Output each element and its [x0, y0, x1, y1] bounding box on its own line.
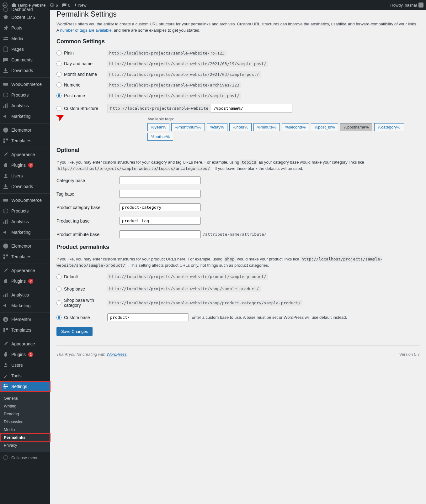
- product-option-default[interactable]: Default: [56, 274, 104, 279]
- menu-label: WooCommerce: [11, 198, 42, 203]
- sidebar-item-elementor[interactable]: EElementor: [0, 125, 50, 135]
- permalink-option-numeric[interactable]: Numeric: [56, 82, 104, 87]
- sidebar-item-woocommerce[interactable]: WooCommerce: [0, 195, 50, 206]
- submenu-writing[interactable]: Writing: [0, 402, 50, 410]
- radio-icon[interactable]: [56, 61, 61, 66]
- tag-author[interactable]: %author%: [147, 133, 173, 141]
- sidebar-item-users[interactable]: Users: [0, 171, 50, 181]
- sidebar-item-plugins[interactable]: Plugins 2: [0, 160, 50, 171]
- submenu-permalinks[interactable]: Permalinks: [0, 433, 50, 441]
- permalink-option-custom-structure[interactable]: Custom Structure: [56, 106, 104, 111]
- sidebar-item-templates[interactable]: Templates: [0, 251, 50, 262]
- sidebar-item-dozent-lms[interactable]: Dozent LMS: [0, 12, 50, 23]
- tag-postname[interactable]: %postname%: [340, 123, 372, 131]
- sidebar-item-templates[interactable]: Templates: [0, 325, 50, 335]
- svg-text:E: E: [5, 129, 7, 132]
- comments-count: 0: [68, 3, 70, 8]
- sidebar-item-woocommerce[interactable]: WooCommerce: [0, 79, 50, 90]
- sidebar-item-downloads[interactable]: Downloads: [0, 181, 50, 192]
- sidebar-item-plugins[interactable]: Plugins 2: [0, 276, 50, 286]
- sidebar-item-media[interactable]: Media: [0, 33, 50, 44]
- wordpress-link[interactable]: WordPress: [107, 352, 127, 357]
- radio-icon[interactable]: [56, 300, 61, 305]
- sidebar-item-downloads[interactable]: Downloads: [0, 65, 50, 76]
- sidebar-item-elementor[interactable]: EElementor: [0, 314, 50, 325]
- tag-post_id[interactable]: %post_id%: [311, 123, 338, 131]
- sidebar-item-appearance[interactable]: Appearance: [0, 265, 50, 276]
- radio-icon[interactable]: [56, 82, 61, 87]
- updates-link[interactable]: 6: [50, 3, 58, 8]
- howdy-link[interactable]: Howdy, bashar: [390, 3, 423, 8]
- permalink-prefix: http://localhost/projects/sample-website: [107, 104, 211, 113]
- submenu-general[interactable]: General: [0, 394, 50, 402]
- tag-category[interactable]: %category%: [374, 123, 404, 131]
- radio-icon[interactable]: [56, 286, 61, 291]
- sidebar-item-marketing[interactable]: Marketing: [0, 111, 50, 122]
- tag-hour[interactable]: %hour%: [229, 123, 252, 131]
- sidebar-item-templates[interactable]: Templates: [0, 135, 50, 146]
- sidebar-item-analytics[interactable]: Analytics: [0, 216, 50, 227]
- optional-heading: Optional: [56, 147, 420, 154]
- sidebar-item-marketing[interactable]: Marketing: [0, 227, 50, 238]
- sidebar-item-appearance[interactable]: Appearance: [0, 149, 50, 160]
- sidebar-item-products[interactable]: Products: [0, 206, 50, 216]
- footer-credit: Thank you for creating with WordPress.: [56, 352, 128, 357]
- field-input-category-base[interactable]: [119, 176, 201, 184]
- collapse-menu[interactable]: Collapse menu: [0, 452, 50, 463]
- field-input-product-attribute-base[interactable]: [119, 230, 201, 238]
- sidebar-item-analytics[interactable]: Analytics: [0, 100, 50, 111]
- sidebar-item-dashboard[interactable]: Dashboard: [0, 7, 50, 12]
- page-description: WordPress offers you the ability to crea…: [56, 21, 420, 33]
- radio-icon[interactable]: [56, 274, 61, 279]
- radio-icon[interactable]: [56, 72, 61, 77]
- tag-second[interactable]: %second%: [282, 123, 309, 131]
- permalink-option-post-name[interactable]: Post name: [56, 93, 104, 98]
- sidebar-item-posts[interactable]: Posts: [0, 23, 50, 33]
- sidebar-item-marketing[interactable]: Marketing: [0, 300, 50, 311]
- field-label-category-base: Category base: [56, 178, 119, 183]
- custom-base-input[interactable]: [107, 313, 189, 321]
- field-input-product-tag-base[interactable]: [119, 217, 201, 225]
- product-option-custom-base[interactable]: Custom base: [56, 315, 104, 320]
- product-option-shop-base-with-category[interactable]: Shop base with category: [56, 298, 104, 308]
- sidebar-item-tools[interactable]: Tools: [0, 370, 50, 381]
- sidebar-item-analytics[interactable]: Analytics: [0, 290, 50, 300]
- sidebar-item-plugins[interactable]: Plugins 2: [0, 349, 50, 360]
- sidebar-item-settings[interactable]: Settings: [0, 381, 50, 392]
- sidebar-item-elementor[interactable]: EElementor: [0, 241, 50, 251]
- radio-icon[interactable]: [56, 93, 61, 98]
- submenu-discussion[interactable]: Discussion: [0, 418, 50, 426]
- tag-monthnum[interactable]: %monthnum%: [171, 123, 205, 131]
- radio-icon[interactable]: [56, 315, 61, 320]
- sidebar-item-comments[interactable]: Comments: [0, 55, 50, 65]
- submenu-reading[interactable]: Reading: [0, 410, 50, 418]
- tag-year[interactable]: %year%: [147, 123, 169, 131]
- permalink-option-month-and-name[interactable]: Month and name: [56, 72, 104, 77]
- tag-minute[interactable]: %minute%: [253, 123, 280, 131]
- custom-structure-input[interactable]: [211, 104, 292, 113]
- permalink-option-plain[interactable]: Plain: [56, 50, 104, 55]
- product-permalink-example: http://localhost/projects/sample-website…: [107, 286, 261, 292]
- field-input-product-category-base[interactable]: [119, 203, 201, 211]
- bars-icon: [3, 292, 9, 298]
- sidebar-item-products[interactable]: Products: [0, 90, 50, 100]
- submenu-media[interactable]: Media: [0, 426, 50, 433]
- new-link[interactable]: +New: [74, 2, 86, 8]
- product-option-shop-base[interactable]: Shop base: [56, 286, 104, 291]
- radio-icon[interactable]: [56, 50, 61, 55]
- comments-link[interactable]: 0: [62, 3, 70, 8]
- save-changes-button[interactable]: Save Changes: [56, 327, 93, 336]
- sidebar-item-users[interactable]: Users: [0, 360, 50, 370]
- menu-label: Analytics: [11, 292, 29, 297]
- sidebar-item-pages[interactable]: Pages: [0, 44, 50, 55]
- sidebar-item-appearance[interactable]: Appearance: [0, 339, 50, 349]
- tag-day[interactable]: %day%: [207, 123, 227, 131]
- submenu-privacy[interactable]: Privacy: [0, 441, 50, 449]
- permalink-option-day-and-name[interactable]: Day and name: [56, 61, 104, 66]
- templates-icon: [3, 254, 9, 260]
- field-input-tag-base[interactable]: [119, 190, 201, 198]
- radio-icon[interactable]: [56, 106, 61, 111]
- tags-doc-link[interactable]: number of tags are available: [60, 28, 112, 33]
- brush-icon: [3, 341, 9, 347]
- common-settings-heading: Common Settings: [56, 38, 420, 45]
